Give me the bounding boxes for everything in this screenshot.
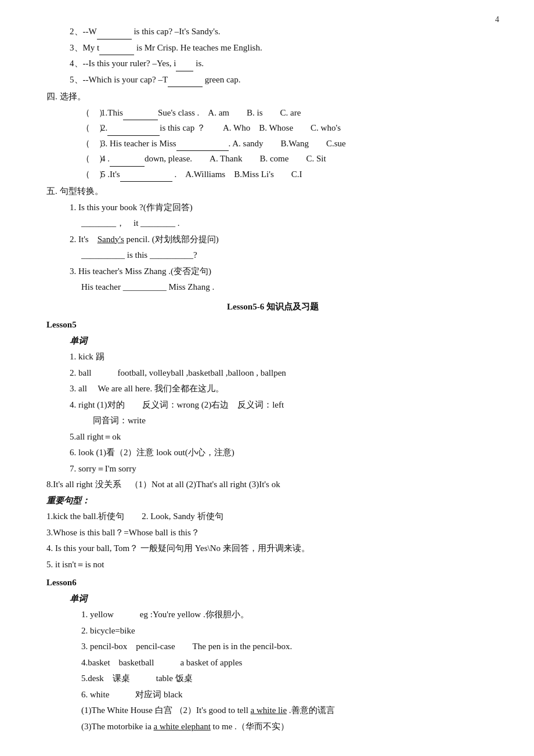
- transform-item-2-a: __________ is this __________?: [46, 248, 499, 263]
- lesson5-title: Lesson5: [46, 318, 499, 333]
- page-number: 4: [495, 13, 499, 27]
- l6-vocab-5: 5.desk 课桌 table 饭桌: [46, 671, 499, 686]
- vocab-7: 7. sorry＝I'm sorry: [46, 462, 499, 477]
- grammar-5: 5. it isn't＝is not: [46, 557, 499, 573]
- l6-vocab-1: 1. yellow eg :You're yellow .你很胆小。: [46, 607, 499, 622]
- vocab-8: 8.It's all right 没关系 （1）Not at all (2)Th…: [46, 477, 499, 492]
- blank-4: [176, 63, 193, 71]
- transform-item-3-a: His teacher __________ Miss Zhang .: [46, 280, 499, 295]
- choice-item-3: （ ） 3. His teacher is Miss. A. sandy B.W…: [46, 136, 499, 152]
- lesson6-title: Lesson6: [46, 575, 499, 591]
- l6-vocab-6b: (1)The White House 白宫 （2）It's good to te…: [46, 703, 499, 718]
- blank-2: [97, 31, 132, 39]
- choice-item-1: （ ） 1.ThisSue's class . A. am B. is C. a…: [46, 106, 499, 121]
- vocab-5: 5.all right＝ok: [46, 430, 499, 445]
- grammar-3: 3.Whose is this ball？=Whose ball is this…: [46, 525, 499, 541]
- vocab-3: 3. all We are all here. 我们全都在这儿。: [46, 381, 499, 397]
- grammar-header: 重要句型：: [46, 494, 499, 509]
- vocab-1: 1. kick 踢: [46, 350, 499, 365]
- l6-vocab-6c: (3)The motorbike ia a white elephant to …: [46, 719, 499, 735]
- page-content: 4 2、--W is this cap? –It's Sandy's. 3、My…: [46, 24, 499, 734]
- l6-vocab-3: 3. pencil-box pencil-case The pen is in …: [46, 639, 499, 654]
- lesson56-divider: Lesson5-6 知识点及习题: [46, 300, 499, 315]
- section-five-header: 五. 句型转换。: [46, 184, 499, 199]
- l6-vocab-6a: 6. white 对应词 black: [46, 687, 499, 703]
- blank-c1: [123, 111, 158, 120]
- vocab-4a: 4. right (1)对的 反义词：wrong (2)右边 反义词：left: [46, 398, 499, 413]
- transform-item-3-q: 3. His teacher's Miss Zhang .(变否定句): [46, 264, 499, 279]
- l6-vocab-4: 4.basket basketball a basket of apples: [46, 656, 499, 671]
- transform-item-2-q: 2. It's Sandy's pencil. (对划线部分提问): [46, 232, 499, 247]
- blank-c4: [110, 158, 145, 167]
- blank-3: [99, 46, 134, 55]
- fill-blank-item-4: 4、--Is this your ruler? –Yes, i is.: [46, 56, 499, 71]
- transform-item-1-a: ________， it ________ .: [46, 216, 499, 231]
- section-four-header: 四. 选择。: [46, 89, 499, 105]
- fill-blank-item-3: 3、My t is Mr Crisp. He teaches me Englis…: [46, 41, 499, 56]
- grammar-1: 1.kick the ball.祈使句 2. Look, Sandy 祈使句: [46, 509, 499, 524]
- blank-c5: [120, 173, 172, 182]
- blank-c2: [107, 127, 160, 136]
- blank-5: [168, 78, 203, 87]
- lesson5-vocab-header: 单词: [46, 334, 499, 349]
- fill-blank-item-2: 2、--W is this cap? –It's Sandy's.: [46, 24, 499, 39]
- transform-item-1-q: 1. Is this your book ?(作肯定回答): [46, 200, 499, 215]
- choice-item-2: （ ） 2.is this cap ？ A. Who B. Whose C. w…: [46, 121, 499, 136]
- vocab-6: 6. look (1)看（2）注意 look out(小心，注意): [46, 445, 499, 460]
- vocab-4b: 同音词：write: [46, 413, 499, 429]
- blank-c3: [176, 142, 229, 151]
- l6-vocab-2: 2. bicycle=bike: [46, 624, 499, 639]
- lesson6-vocab-header: 单词: [46, 592, 499, 607]
- vocab-2: 2. ball football, volleyball ,basketball…: [46, 366, 499, 381]
- choice-item-5: （ ） 5 .It's . A.Williams B.Miss Li's C.I: [46, 167, 499, 182]
- fill-blank-item-5: 5、--Which is your cap? –T green cap.: [46, 73, 499, 88]
- choice-item-4: （ ） 4 .down, please. A. Thank B. come C.…: [46, 152, 499, 167]
- grammar-4: 4. Is this your ball, Tom？ 一般疑问句用 Yes\No…: [46, 541, 499, 556]
